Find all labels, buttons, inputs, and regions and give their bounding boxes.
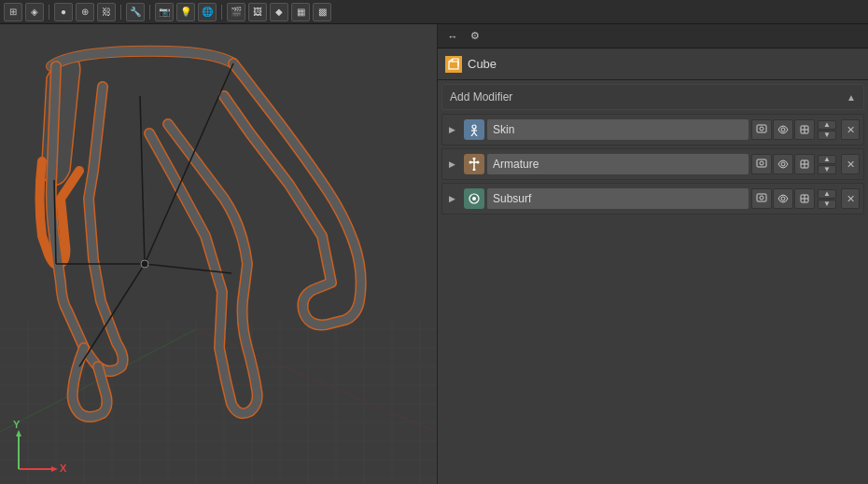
- svg-point-55: [473, 169, 476, 172]
- panel-tool-move[interactable]: ↔: [443, 27, 462, 46]
- subsurf-name-field[interactable]: [487, 188, 749, 209]
- scene-svg: X Y: [0, 24, 437, 484]
- svg-point-65: [472, 197, 476, 201]
- skin-expand-button[interactable]: ▶: [442, 114, 461, 145]
- svg-line-44: [471, 132, 474, 136]
- skin-edit-icon[interactable]: [794, 119, 815, 140]
- modifier-row-armature: ▶: [441, 148, 864, 180]
- toolbar-icon-mesh[interactable]: ◈: [25, 3, 44, 21]
- toolbar-icon-lamp[interactable]: 💡: [176, 3, 195, 21]
- toolbar-icon-cursor[interactable]: ⊕: [76, 3, 94, 21]
- toolbar-separator-1: [49, 5, 49, 20]
- toolbar-separator-3: [149, 5, 150, 20]
- top-toolbar: ⊞ ◈ ● ⊕ ⛓ 🔧 📷 💡 🌐 🎬 🖼 ◆ ▦ ▩: [0, 0, 868, 24]
- svg-point-57: [477, 161, 480, 164]
- toolbar-icon-render[interactable]: 🖼: [248, 3, 267, 21]
- svg-point-33: [141, 260, 148, 268]
- svg-point-59: [760, 161, 763, 165]
- toolbar-icon-chain[interactable]: ⛓: [97, 3, 116, 21]
- svg-point-48: [781, 128, 785, 131]
- skin-viewport-icon[interactable]: [773, 119, 793, 140]
- toolbar-icon-composite[interactable]: ▦: [291, 3, 310, 21]
- armature-move-group: ▲ ▼: [818, 155, 836, 174]
- toolbar-icon-grid[interactable]: ⊞: [4, 3, 22, 21]
- toolbar-icon-node[interactable]: ◆: [270, 3, 288, 21]
- skin-name-field[interactable]: [487, 119, 749, 140]
- skin-icons-group: [751, 119, 815, 140]
- object-cube-icon: [445, 56, 462, 73]
- main-content: X Y ↔ ⚙ Cube: [0, 24, 868, 484]
- skin-render-icon[interactable]: [751, 119, 772, 140]
- subsurf-type-icon: [464, 188, 484, 209]
- add-modifier-label: Add Modifier: [450, 90, 512, 104]
- armature-icons-group: [751, 154, 815, 174]
- dropdown-arrow-icon: ▲: [847, 92, 856, 103]
- modifier-row-subsurf: ▶: [441, 183, 864, 214]
- armature-close-button[interactable]: ✕: [841, 154, 860, 174]
- armature-edit-icon[interactable]: [794, 154, 815, 174]
- svg-point-67: [760, 196, 763, 200]
- svg-point-54: [473, 158, 476, 160]
- armature-expand-button[interactable]: ▶: [442, 148, 461, 180]
- svg-rect-66: [757, 194, 766, 201]
- skin-move-up[interactable]: ▲: [818, 120, 836, 130]
- subsurf-edit-icon[interactable]: [794, 188, 815, 209]
- toolbar-icon-texture[interactable]: ▩: [313, 3, 331, 21]
- subsurf-viewport-icon[interactable]: [773, 188, 793, 209]
- viewport[interactable]: X Y: [0, 24, 437, 484]
- viewport-canvas: X Y: [0, 24, 437, 484]
- svg-text:Y: Y: [13, 419, 21, 430]
- toolbar-icon-scene[interactable]: 🎬: [227, 3, 245, 21]
- subsurf-close-button[interactable]: ✕: [841, 188, 860, 209]
- armature-viewport-icon[interactable]: [773, 154, 793, 174]
- armature-move-up[interactable]: ▲: [818, 155, 836, 164]
- toolbar-separator-4: [221, 5, 222, 20]
- svg-line-45: [474, 132, 477, 136]
- add-modifier-bar[interactable]: Add Modifier ▲: [441, 84, 864, 110]
- skin-move-down[interactable]: ▼: [818, 131, 836, 140]
- svg-point-41: [472, 125, 476, 129]
- svg-rect-40: [449, 62, 458, 69]
- object-name-label: Cube: [468, 57, 497, 71]
- svg-point-68: [781, 197, 785, 201]
- toolbar-separator-2: [120, 5, 121, 20]
- svg-point-60: [781, 162, 785, 166]
- toolbar-icon-camera[interactable]: 📷: [155, 3, 174, 21]
- toolbar-icon-sphere[interactable]: ●: [54, 3, 73, 21]
- armature-type-icon: [464, 154, 484, 174]
- svg-point-56: [469, 161, 472, 164]
- toolbar-icon-world[interactable]: 🌐: [198, 3, 217, 21]
- skin-move-group: ▲ ▼: [818, 120, 836, 140]
- armature-move-down[interactable]: ▼: [818, 165, 836, 174]
- subsurf-move-group: ▲ ▼: [818, 189, 836, 209]
- svg-text:X: X: [60, 463, 67, 474]
- toolbar-icon-wrench[interactable]: 🔧: [126, 3, 145, 21]
- armature-render-icon[interactable]: [751, 154, 772, 174]
- subsurf-render-icon[interactable]: [751, 188, 772, 209]
- right-panel: ↔ ⚙ Cube Add Modifier ▲ ▶: [437, 24, 868, 484]
- properties-panel: Add Modifier ▲ ▶: [438, 80, 868, 484]
- subsurf-move-up[interactable]: ▲: [818, 189, 836, 199]
- svg-rect-46: [757, 125, 766, 132]
- panel-tool-settings[interactable]: ⚙: [466, 27, 484, 46]
- svg-point-47: [760, 127, 763, 131]
- modifier-row-skin: ▶: [441, 114, 864, 145]
- subsurf-move-down[interactable]: ▼: [818, 200, 836, 209]
- subsurf-icons-group: [751, 188, 815, 209]
- panel-toolbar: ↔ ⚙: [438, 24, 868, 48]
- subsurf-expand-button[interactable]: ▶: [442, 183, 461, 214]
- panel-title-bar: Cube: [438, 48, 868, 80]
- armature-name-field[interactable]: [487, 154, 749, 174]
- svg-rect-58: [757, 159, 766, 167]
- skin-type-icon: [464, 119, 484, 140]
- skin-close-button[interactable]: ✕: [841, 119, 860, 140]
